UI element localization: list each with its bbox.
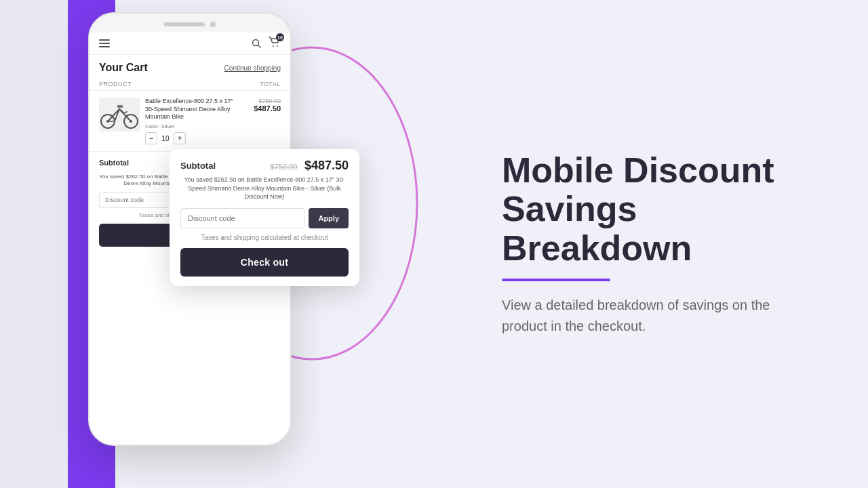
popup-card: Subtotal $750.00 $487.50 You saved $262.…: [170, 149, 359, 286]
total-column: TOTAL: [260, 81, 281, 87]
product-image: [99, 98, 140, 131]
svg-point-4: [277, 45, 278, 47]
product-column: PRODUCT: [99, 81, 132, 87]
quantity-value: 10: [160, 135, 171, 142]
item-color: Color: Silver: [145, 123, 238, 129]
cart-header: Your Cart Continue shopping: [90, 55, 290, 78]
cart-icon-wrapper[interactable]: 10: [269, 37, 281, 50]
item-sale-price: $487.50: [243, 104, 281, 113]
popup-original-price: $750.00: [271, 163, 298, 171]
subtotal-label: Subtotal: [99, 159, 129, 167]
continue-shopping-link[interactable]: Continue shopping: [224, 64, 281, 72]
cart-badge: 10: [276, 33, 284, 41]
popup-sale-price: $487.50: [304, 159, 349, 172]
right-section: Mobile Discount Savings Breakdown View a…: [461, 124, 868, 364]
hero-heading: Mobile Discount Savings Breakdown: [502, 151, 827, 268]
popup-discount-input[interactable]: [180, 208, 304, 228]
popup-taxes-note: Taxes and shipping calculated at checkou…: [180, 234, 349, 241]
popup-discount-row: Apply: [180, 208, 349, 228]
hero-heading-line2: Savings Breakdown: [502, 189, 692, 267]
item-quantity-control: − 10 +: [145, 132, 238, 144]
item-original-price: $750.00: [243, 98, 281, 104]
popup-savings-text: You saved $262.50 on Battle Excellence-8…: [180, 176, 349, 201]
cart-title: Your Cart: [99, 62, 148, 74]
search-icon[interactable]: [251, 38, 262, 49]
cart-item: Battle Excellence-800 27.5 x 17" 30-Spee…: [90, 91, 290, 152]
bike-illustration: [100, 98, 139, 131]
cart-column-headers: PRODUCT TOTAL: [90, 78, 290, 91]
item-details: Battle Excellence-800 27.5 x 17" 30-Spee…: [145, 98, 238, 144]
svg-point-3: [273, 45, 274, 47]
popup-subtotal-label: Subtotal: [180, 161, 216, 171]
popup-checkout-button[interactable]: Check out: [180, 248, 349, 277]
item-name: Battle Excellence-800 27.5 x 17" 30-Spee…: [145, 98, 238, 121]
popup-prices: $750.00 $487.50: [271, 159, 349, 173]
hero-heading-line1: Mobile Discount: [502, 150, 774, 190]
phone-notch: [90, 14, 290, 33]
hamburger-icon[interactable]: [99, 39, 110, 47]
phone-app-header: 10: [90, 33, 290, 55]
popup-apply-button[interactable]: Apply: [309, 208, 349, 228]
svg-rect-9: [117, 105, 123, 108]
popup-subtotal-row: Subtotal $750.00 $487.50: [180, 159, 349, 173]
hero-description: View a detailed breakdown of savings on …: [502, 295, 787, 337]
item-price: $750.00 $487.50: [243, 98, 281, 144]
notch-dot: [210, 22, 216, 27]
notch-pill: [164, 22, 205, 26]
heading-underline: [502, 279, 610, 281]
svg-line-2: [258, 45, 261, 48]
header-icons: 10: [251, 37, 281, 50]
quantity-increase-btn[interactable]: +: [174, 132, 186, 144]
left-section: 10 Your Cart Continue shopping PRODUCT T…: [0, 0, 461, 488]
quantity-decrease-btn[interactable]: −: [145, 132, 157, 144]
